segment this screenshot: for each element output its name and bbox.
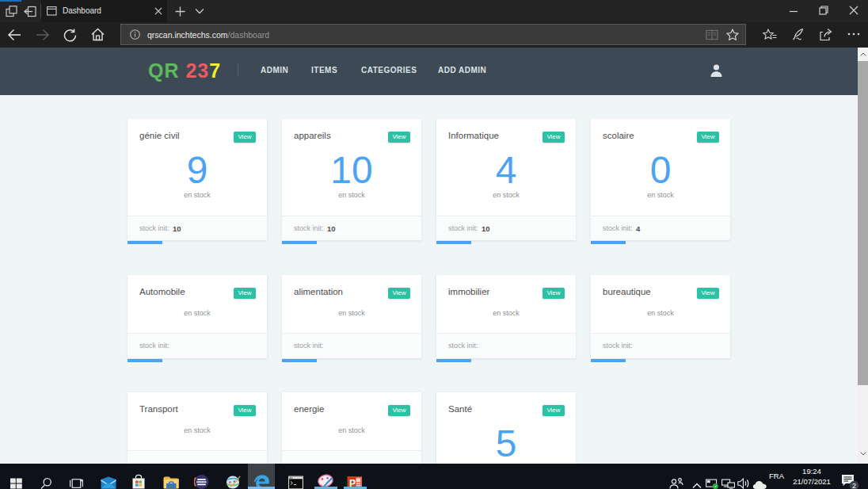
- svg-text:2: 2: [852, 482, 856, 489]
